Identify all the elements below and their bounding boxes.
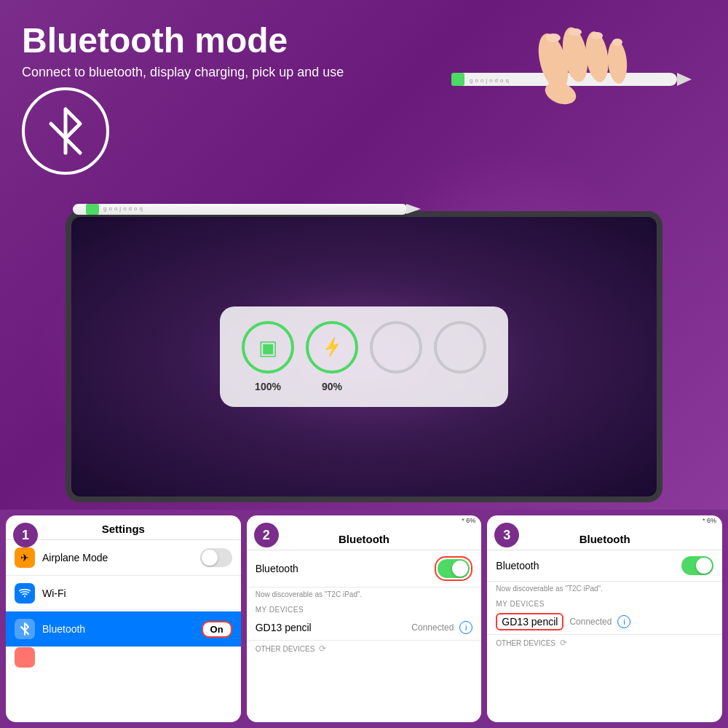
bluetooth-card-2-header: Bluetooth	[247, 526, 482, 550]
wifi-label: Wi-Fi	[42, 587, 232, 599]
status-battery-3: * 6%	[703, 517, 716, 524]
device-name-highlighted: GD13 pencil	[496, 615, 563, 628]
bluetooth-settings-icon	[15, 619, 35, 639]
svg-point-11	[591, 32, 603, 39]
svg-point-9	[546, 33, 561, 42]
stylus-brand-text: goojodoq	[103, 205, 145, 212]
card-number-2: 2	[254, 523, 279, 547]
bluetooth-toggle-3[interactable]	[681, 556, 713, 575]
hand-holding-stylus: goojodoq	[408, 0, 713, 170]
bluetooth-card-2: 2 * 6% Bluetooth Bluetooth Now discovera…	[247, 515, 482, 722]
battery-widget: ▣ ⚡ 100% 90%	[220, 306, 508, 407]
battery-circle-2: ⚡	[306, 321, 358, 373]
bluetooth-card-3-header: Bluetooth	[487, 526, 722, 550]
wifi-icon	[15, 583, 35, 604]
settings-card: 1 Settings ✈ Airplane Mode Wi-Fi	[6, 515, 241, 722]
ios-status-3: * 6%	[487, 515, 722, 526]
battery-circle-4	[434, 321, 486, 373]
wifi-row: Wi-Fi	[6, 576, 241, 612]
ipad-mockup: ▣ ⚡ 100% 90%	[66, 211, 662, 502]
ios-status-2: * 6%	[247, 515, 482, 526]
device-status-2: Connected	[411, 622, 454, 633]
svg-point-12	[612, 39, 622, 46]
my-devices-header-3: MY DEVICES	[487, 596, 722, 609]
bluetooth-circle-icon	[22, 87, 109, 175]
airplane-mode-label: Airplane Mode	[42, 552, 193, 563]
device-row-3: GD13 pencil Connected i	[487, 609, 722, 635]
other-devices-label-2: OTHER DEVICES	[256, 645, 315, 653]
bottom-section: 1 Settings ✈ Airplane Mode Wi-Fi	[0, 510, 728, 728]
settings-card-header: Settings	[6, 515, 241, 540]
bluetooth-card-3: 3 * 6% Bluetooth Bluetooth Now discovera…	[487, 515, 722, 722]
device-status-3: Connected	[569, 617, 612, 627]
battery-label-2: 90%	[306, 381, 358, 392]
my-devices-header-2: MY DEVICES	[247, 601, 482, 615]
other-devices-label-3: OTHER DEVICES	[496, 639, 555, 647]
battery-label-1: 100%	[242, 381, 294, 392]
device-row-2: GD13 pencil Connected i	[247, 615, 482, 641]
other-devices-row-2: OTHER DEVICES ⟳	[247, 641, 482, 657]
device-info-icon-3[interactable]: i	[617, 615, 630, 628]
bluetooth-settings-label: Bluetooth	[42, 623, 194, 635]
status-battery-2: * 6%	[462, 517, 475, 524]
bluetooth-on-badge: On	[202, 621, 232, 638]
spinner-2: ⟳	[319, 644, 326, 654]
device-info-icon-2[interactable]: i	[459, 621, 472, 634]
bluetooth-toggle-row-2: Bluetooth	[247, 550, 482, 587]
bluetooth-toggle-2[interactable]	[438, 559, 470, 578]
device-name-2: GD13 pencil	[256, 622, 406, 633]
airplane-mode-icon: ✈	[15, 547, 35, 568]
bluetooth-settings-row[interactable]: Bluetooth On	[6, 612, 241, 647]
svg-text:goojodoq: goojodoq	[470, 77, 511, 84]
ipad-screen: ▣ ⚡ 100% 90%	[71, 217, 657, 496]
discoverable-text-3: Now discoverable as "T2C iPad".	[487, 582, 722, 596]
stylus-green-band	[86, 204, 99, 215]
svg-point-13	[24, 596, 25, 598]
airplane-mode-row: ✈ Airplane Mode	[6, 540, 241, 576]
top-section: Bluetooth mode Connect to bluetooth, dis…	[0, 0, 728, 510]
bluetooth-svg	[44, 106, 87, 157]
bluetooth-toggle-label-3: Bluetooth	[496, 560, 674, 571]
battery-circle-1: ▣	[242, 321, 294, 373]
bluetooth-toggle-red-border	[435, 556, 472, 581]
red-indicator	[15, 647, 35, 668]
tablet-icon: ▣	[258, 336, 277, 360]
bluetooth-toggle-row-3: Bluetooth	[487, 550, 722, 582]
airplane-mode-toggle[interactable]	[200, 548, 232, 567]
battery-circles: ▣ ⚡	[242, 321, 486, 373]
bottom-indicator	[6, 647, 241, 668]
spinner-3: ⟳	[560, 638, 567, 648]
battery-label-3	[370, 381, 422, 392]
stylus-tip	[406, 204, 421, 214]
battery-labels: 100% 90%	[242, 381, 486, 392]
bolt-icon: ⚡	[320, 336, 344, 359]
battery-label-4	[434, 381, 486, 392]
other-devices-row-3: OTHER DEVICES ⟳	[487, 635, 722, 651]
device-highlight-box: GD13 pencil	[496, 613, 563, 630]
battery-circle-3	[370, 321, 422, 373]
svg-point-10	[569, 28, 582, 36]
svg-marker-3	[677, 73, 692, 86]
discoverable-text-2: Now discoverable as "T2C iPad".	[247, 587, 482, 601]
stylus-on-ipad: goojodoq	[73, 204, 408, 215]
svg-rect-1	[451, 73, 464, 86]
bluetooth-toggle-label-2: Bluetooth	[256, 563, 428, 574]
card-number-1: 1	[13, 523, 38, 547]
